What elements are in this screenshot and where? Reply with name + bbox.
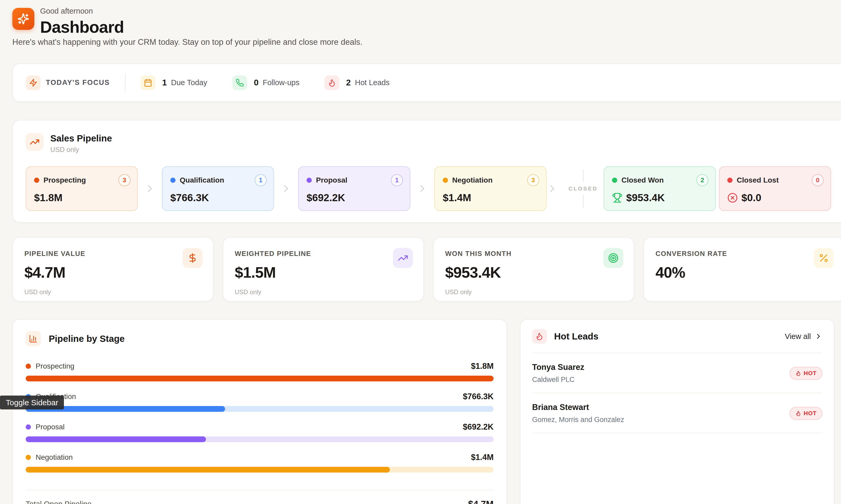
stage-dot [170,178,176,183]
chevron-right-icon [410,183,434,194]
greeting-text: Good afternoon [40,7,124,16]
hot-badge: HOT [790,367,822,380]
pipeline-by-stage-title: Pipeline by Stage [49,334,125,344]
stage-name: Proposal [316,176,391,184]
stage-value: $0.0 [727,192,824,203]
stage-value: $1.8M [34,192,130,203]
toggle-sidebar-tooltip: Toggle Sidebar [0,396,64,410]
lead-company: Caldwell PLC [532,376,790,384]
stat-value: $1.5M [235,264,413,281]
dashboard-page: Good afternoon Dashboard Here's what's h… [0,0,841,504]
focus-item-followups[interactable]: 0 Follow-ups [232,75,300,90]
sales-pipeline-card: Sales Pipeline USD only Prospecting 3 $1… [12,120,841,223]
stage-card-negotiation[interactable]: Negotiation 3 $1.4M [434,166,547,211]
flame-icon [795,371,801,376]
focus-label: TODAY'S FOCUS [46,78,110,87]
percent-icon [814,248,834,268]
bar-label: Proposal [36,423,463,431]
stage-count-badge: 0 [812,174,824,186]
stage-dot [34,178,39,183]
bar-value: $1.4M [471,453,494,462]
stat-card-won-this-month: WON THIS MONTH $953.4K USD only [433,237,634,302]
trending-up-icon [393,248,413,268]
stage-card-prospecting[interactable]: Prospecting 3 $1.8M [26,166,138,211]
stage-card-qualification[interactable]: Qualification 1 $766.3K [162,166,274,211]
view-all-label: View all [785,332,811,341]
sales-pipeline-title: Sales Pipeline [50,133,112,144]
closed-divider: CLOSED [569,170,598,208]
sales-pipeline-header: Sales Pipeline USD only [26,133,841,154]
bar-track [26,436,494,442]
stage-count-badge: 2 [696,174,709,186]
stat-value: 40% [656,264,834,281]
stage-value: $1.4M [443,192,539,203]
stage-dot [443,178,448,183]
lead-row-tonya-suarez[interactable]: Tonya Suarez Caldwell PLC HOT [532,353,822,393]
stage-name: Qualification [180,176,255,184]
stat-card-weighted-pipeline: WEIGHTED PIPELINE $1.5M USD only [223,237,424,302]
stage-card-closed-won[interactable]: Closed Won 2 $953.4K [604,166,716,211]
stat-label: WEIGHTED PIPELINE [235,250,413,258]
hot-leads-card: Hot Leads View all Tonya Suarez Caldwell… [520,319,835,504]
stat-note: USD only [235,288,413,296]
stage-value: $766.3K [170,192,267,203]
chevron-right-icon [138,183,162,194]
focus-item-due-today[interactable]: 1 Due Today [141,75,207,90]
stage-dot [727,178,733,183]
stage-dot [26,425,31,430]
followups-label: Follow-ups [263,78,300,87]
page-header: Good afternoon Dashboard [12,6,124,36]
zap-icon [26,75,41,90]
app-logo [12,8,34,30]
stage-dot [612,178,617,183]
stage-value: $692.2K [306,192,403,203]
trophy-icon [612,193,623,203]
bar-row-qualification: Qualification $766.3K [26,392,494,412]
stat-label: PIPELINE VALUE [24,250,202,258]
chevron-right-icon [547,183,558,194]
divider [26,490,494,490]
hot-leads-count: 2 [346,78,351,88]
bar-row-negotiation: Negotiation $1.4M [26,453,494,472]
bar-label: Negotiation [36,453,471,462]
bar-fill [26,467,390,472]
bar-row-prospecting: Prospecting $1.8M [26,361,494,381]
page-title: Dashboard [40,18,124,36]
bar-fill [26,436,206,442]
followups-count: 0 [254,78,258,88]
view-all-button[interactable]: View all [785,332,822,341]
bar-fill [26,376,494,381]
hot-badge: HOT [790,407,822,420]
stat-label: WON THIS MONTH [445,250,623,258]
total-open-pipeline-row: Total Open Pipeline $4.7M [26,499,494,504]
stat-card-conversion-rate: CONVERSION RATE 40% [643,237,841,302]
lead-row-briana-stewart[interactable]: Briana Stewart Gomez, Morris and Gonzale… [532,393,822,433]
stage-count-badge: 3 [527,174,539,186]
lead-name: Tonya Suarez [532,362,790,372]
stage-card-proposal[interactable]: Proposal 1 $692.2K [298,166,410,211]
stat-value: $953.4K [445,264,623,281]
pipeline-stage-row: Prospecting 3 $1.8M Qualification 1 $766… [26,166,841,211]
lead-name: Briana Stewart [532,403,790,412]
pipeline-by-stage-header: Pipeline by Stage [26,331,494,346]
stage-name: Prospecting [43,176,119,184]
bar-track [26,467,494,472]
stage-card-closed-lost[interactable]: Closed Lost 0 $0.0 [719,166,831,211]
sales-pipeline-subtitle: USD only [50,146,112,154]
stage-name: Closed Lost [737,176,812,184]
closed-separator: CLOSED [547,170,604,208]
hot-leads-header: Hot Leads View all [532,320,822,353]
bar-row-proposal: Proposal $692.2K [26,422,494,442]
stage-count-badge: 1 [391,174,403,186]
hot-badge-label: HOT [804,410,817,417]
sales-pipeline-titles: Sales Pipeline USD only [50,133,112,154]
header-text: Good afternoon Dashboard [40,6,124,36]
bar-label: Prospecting [36,362,471,371]
stage-name: Negotiation [452,176,527,184]
stage-dot [306,178,312,183]
stat-note: USD only [24,288,202,296]
hot-badge-label: HOT [804,370,817,377]
closed-label: CLOSED [569,185,598,192]
focus-item-hot-leads[interactable]: 2 Hot Leads [325,75,390,90]
stat-label: CONVERSION RATE [656,250,834,258]
